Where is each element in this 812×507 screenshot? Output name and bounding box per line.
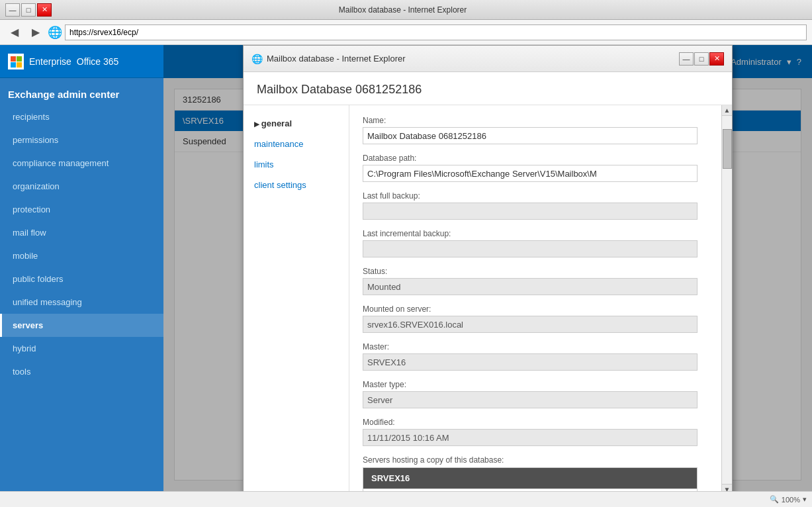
modal-content: Mailbox Database 0681252186 general main…	[244, 72, 732, 491]
sidebar-item-hybrid[interactable]: hybrid	[0, 337, 163, 360]
sidebar-item-protection[interactable]: protection	[0, 198, 163, 221]
master-type-input	[363, 391, 698, 408]
ie-icon: 🌐	[48, 25, 62, 40]
status-label: Status:	[363, 267, 698, 276]
last-full-backup-input	[363, 203, 698, 220]
servers-hosting-group: Servers hosting a copy of this database:…	[363, 455, 698, 491]
modal-minimize-btn[interactable]: —	[679, 52, 694, 66]
office365-header: Enterprise Office 365	[0, 45, 163, 78]
last-full-backup-label: Last full backup:	[363, 191, 698, 201]
mounted-on-server-input	[363, 316, 698, 333]
mounted-on-server-group: Mounted on server:	[363, 304, 698, 333]
scrollbar-thumb[interactable]	[723, 129, 732, 169]
sidebar-item-recipients[interactable]: recipients	[0, 105, 163, 128]
modal-title: 🌐 Mailbox database - Internet Explorer	[251, 54, 406, 64]
db-path-field-group: Database path:	[363, 154, 698, 182]
zoom-dropdown-icon[interactable]: ▾	[803, 495, 807, 504]
forward-button[interactable]: ▶	[26, 24, 45, 41]
db-path-label: Database path:	[363, 154, 698, 163]
modified-field-group: Modified:	[363, 418, 698, 446]
browser-status-bar: 🔍 100% ▾	[0, 491, 812, 507]
modal-nav-limits[interactable]: limits	[244, 154, 349, 175]
modal-ie-icon: 🌐	[251, 54, 263, 64]
scroll-down-arrow[interactable]: ▼	[722, 484, 732, 491]
browser-window: — □ ✕ Mailbox database - Internet Explor…	[0, 0, 812, 507]
modal-maximize-btn[interactable]: □	[694, 52, 709, 66]
sidebar-item-unified-messaging[interactable]: unified messaging	[0, 291, 163, 314]
servers-hosting-label: Servers hosting a copy of this database:	[363, 455, 698, 465]
sidebar-item-organization[interactable]: organization	[0, 175, 163, 198]
master-type-label: Master type:	[363, 380, 698, 389]
svg-rect-1	[17, 56, 22, 62]
sidebar-item-tools[interactable]: tools	[0, 360, 163, 383]
browser-title: Mailbox database - Internet Explorer	[52, 5, 754, 15]
modified-input	[363, 429, 698, 446]
mounted-on-server-label: Mounted on server:	[363, 304, 698, 314]
modified-label: Modified:	[363, 418, 698, 427]
modal-form: Name: Database path: Last full backup:	[349, 105, 721, 491]
modal-header: Mailbox Database 0681252186	[244, 72, 732, 105]
servers-list-empty-area	[363, 489, 698, 491]
form-scroll-container: Name: Database path: Last full backup:	[363, 116, 708, 491]
sidebar-item-compliance-management[interactable]: compliance management	[0, 152, 163, 175]
modal-heading: Mailbox Database 0681252186	[257, 83, 719, 97]
last-incremental-backup-group: Last incremental backup:	[363, 229, 698, 257]
server-list-item[interactable]: SRVEX16	[363, 468, 697, 488]
scroll-up-arrow[interactable]: ▲	[722, 105, 732, 116]
svg-rect-2	[11, 62, 16, 68]
master-type-field-group: Master type:	[363, 380, 698, 408]
right-content-area: Administrator ▾ ? 31252186 \SRVEX16 Susp…	[163, 45, 812, 491]
db-path-input[interactable]	[363, 165, 698, 182]
back-button[interactable]: ◀	[5, 24, 24, 41]
svg-rect-3	[17, 62, 22, 68]
sidebar-item-servers[interactable]: servers	[0, 314, 163, 337]
browser-minimize-btn[interactable]: —	[5, 3, 20, 17]
zoom-level: 100%	[782, 496, 800, 504]
name-input[interactable]	[363, 127, 698, 144]
browser-left-controls: — □ ✕	[5, 3, 52, 17]
svg-rect-0	[11, 56, 16, 62]
servers-list: SRVEX16	[363, 467, 698, 489]
modal-nav-client-settings[interactable]: client settings	[244, 175, 349, 195]
sidebar-nav: recipients permissions compliance manage…	[0, 105, 163, 491]
master-field-group: Master:	[363, 342, 698, 371]
last-full-backup-group: Last full backup:	[363, 191, 698, 220]
name-label: Name:	[363, 116, 698, 125]
modal-scrollbar: ▲ ▼	[721, 105, 732, 491]
master-input	[363, 353, 698, 371]
sidebar-item-mobile[interactable]: mobile	[0, 244, 163, 267]
last-incremental-backup-input	[363, 240, 698, 257]
status-field-group: Status:	[363, 267, 698, 295]
sidebar-item-public-folders[interactable]: public folders	[0, 267, 163, 291]
modal-body: general maintenance limits client settin…	[244, 105, 732, 491]
address-bar[interactable]	[65, 24, 807, 40]
status-input	[363, 278, 698, 295]
enterprise-label: Enterprise	[29, 56, 71, 67]
sidebar-item-mail-flow[interactable]: mail flow	[0, 221, 163, 244]
office-logo	[8, 54, 24, 69]
modal-close-btn[interactable]: ✕	[709, 52, 724, 66]
master-label: Master:	[363, 342, 698, 351]
browser-titlebar: — □ ✕ Mailbox database - Internet Explor…	[0, 0, 812, 20]
sidebar-item-permissions[interactable]: permissions	[0, 128, 163, 152]
modal-nav-general[interactable]: general	[244, 113, 349, 134]
last-incremental-backup-label: Last incremental backup:	[363, 229, 698, 238]
browser-maximize-btn[interactable]: □	[21, 3, 36, 17]
browser-toolbar: ◀ ▶ 🌐	[0, 20, 812, 45]
mailbox-database-modal: 🌐 Mailbox database - Internet Explorer —…	[243, 45, 733, 491]
name-field-group: Name:	[363, 116, 698, 144]
modal-nav: general maintenance limits client settin…	[244, 105, 349, 491]
modal-titlebar: 🌐 Mailbox database - Internet Explorer —…	[244, 46, 732, 72]
modal-overlay: 🌐 Mailbox database - Internet Explorer —…	[163, 45, 812, 491]
modal-nav-maintenance[interactable]: maintenance	[244, 134, 349, 154]
modal-window-controls: — □ ✕	[679, 52, 724, 66]
main-area: Enterprise Office 365 Exchange admin cen…	[0, 45, 812, 491]
exchange-admin-center-title: Exchange admin center	[0, 78, 163, 105]
left-sidebar: Enterprise Office 365 Exchange admin cen…	[0, 45, 163, 491]
browser-close-btn[interactable]: ✕	[37, 3, 52, 17]
office365-label: Office 365	[77, 56, 119, 67]
zoom-icon: 🔍	[770, 495, 779, 504]
